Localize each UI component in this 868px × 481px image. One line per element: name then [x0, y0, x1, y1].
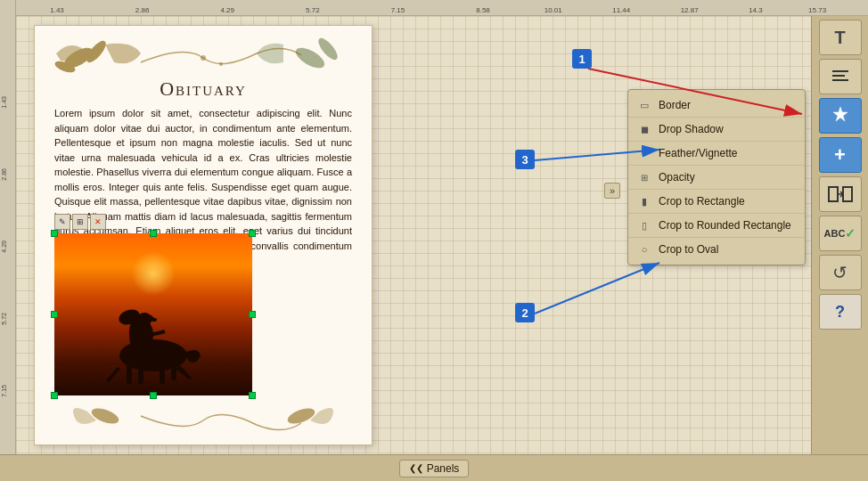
- effect-crop-rectangle[interactable]: ▮ Crop to Rectangle: [628, 190, 805, 214]
- effect-crop-rect-label: Crop to Rectangle: [659, 195, 745, 208]
- crop-rounded-icon: ▯: [637, 218, 651, 232]
- svg-rect-20: [832, 79, 848, 81]
- handle-bm[interactable]: [150, 392, 157, 399]
- svg-rect-22: [843, 187, 852, 201]
- svg-rect-13: [160, 364, 165, 384]
- effect-opacity[interactable]: ⊞ Opacity: [628, 166, 805, 190]
- image-toolbar: ✎ ⊞ ✕: [54, 214, 106, 230]
- transform-button[interactable]: [819, 176, 862, 212]
- svg-rect-18: [832, 70, 848, 72]
- handle-bl[interactable]: [51, 392, 58, 399]
- panels-button[interactable]: ❮❮ Panels: [399, 460, 470, 477]
- ruler-top: 1.43 2.86 4.29 5.72 7.15 8.58 10.01 11.4…: [0, 0, 868, 16]
- img-tool-3[interactable]: ✕: [90, 214, 106, 230]
- effect-crop-oval-label: Crop to Oval: [659, 243, 718, 256]
- effect-crop-oval[interactable]: ○ Crop to Oval: [628, 238, 805, 261]
- handle-ml[interactable]: [51, 311, 58, 318]
- image-content: [54, 233, 252, 395]
- handle-mr[interactable]: [249, 311, 256, 318]
- handle-tm[interactable]: [150, 230, 157, 237]
- svg-rect-12: [138, 364, 143, 384]
- effect-drop-shadow-label: Drop Shadow: [659, 123, 724, 135]
- spell-check-button[interactable]: ABC✓: [819, 216, 862, 251]
- undo-button[interactable]: ↺: [819, 255, 862, 290]
- image-container[interactable]: ✎ ⊞ ✕: [54, 233, 252, 395]
- ruler-left: 1.43 2.86 4.29 5.72 7.15: [0, 0, 16, 481]
- effect-border[interactable]: ▭ Border: [628, 94, 805, 118]
- effects-button[interactable]: [819, 98, 862, 134]
- feather-icon: ●: [637, 146, 651, 160]
- flourish-top: [35, 33, 372, 82]
- img-tool-2[interactable]: ⊞: [72, 214, 88, 230]
- border-icon: ▭: [637, 98, 651, 112]
- svg-rect-21: [829, 187, 838, 201]
- effect-feather-label: Feather/Vignette: [659, 147, 738, 159]
- page-document: Obituary Lorem ipsum dolor sit amet, con…: [34, 25, 373, 445]
- effect-border-label: Border: [659, 99, 691, 111]
- expand-button[interactable]: »: [604, 183, 620, 199]
- annotation-3: 3: [515, 150, 535, 169]
- panels-label: Panels: [427, 462, 460, 475]
- svg-rect-19: [832, 75, 845, 77]
- effect-feather-vignette[interactable]: ● Feather/Vignette: [628, 142, 805, 166]
- svg-point-6: [219, 62, 223, 66]
- opacity-icon: ⊞: [637, 170, 651, 184]
- bottom-bar: ❮❮ Panels: [0, 454, 868, 481]
- img-tool-1[interactable]: ✎: [54, 214, 70, 230]
- effects-panel: ▭ Border ◼ Drop Shadow ● Feather/Vignett…: [627, 89, 806, 265]
- effect-crop-rounded[interactable]: ▯ Crop to Rounded Rectangle: [628, 214, 805, 238]
- svg-point-5: [201, 55, 206, 61]
- handle-br[interactable]: [249, 392, 256, 399]
- chevron-icon: ❮❮: [409, 463, 423, 473]
- svg-point-7: [90, 404, 121, 426]
- add-button[interactable]: +: [819, 137, 862, 173]
- crop-rect-icon: ▮: [637, 194, 651, 208]
- svg-rect-11: [127, 364, 132, 384]
- svg-rect-17: [132, 318, 157, 322]
- crop-oval-icon: ○: [637, 242, 651, 257]
- handle-tl[interactable]: [51, 230, 58, 237]
- align-button[interactable]: [819, 59, 862, 94]
- svg-rect-14: [171, 364, 176, 380]
- effect-opacity-label: Opacity: [659, 171, 695, 183]
- annotation-2: 2: [515, 303, 535, 322]
- handle-tr[interactable]: [249, 230, 256, 237]
- annotation-1: 1: [572, 49, 592, 69]
- effect-drop-shadow[interactable]: ◼ Drop Shadow: [628, 118, 805, 142]
- drop-shadow-icon: ◼: [637, 122, 651, 136]
- right-sidebar: T + ABC✓ ↺ ?: [811, 16, 868, 454]
- text-tool-button[interactable]: T: [819, 20, 862, 55]
- help-button[interactable]: ?: [819, 294, 862, 330]
- effect-crop-rounded-label: Crop to Rounded Rectangle: [659, 219, 791, 232]
